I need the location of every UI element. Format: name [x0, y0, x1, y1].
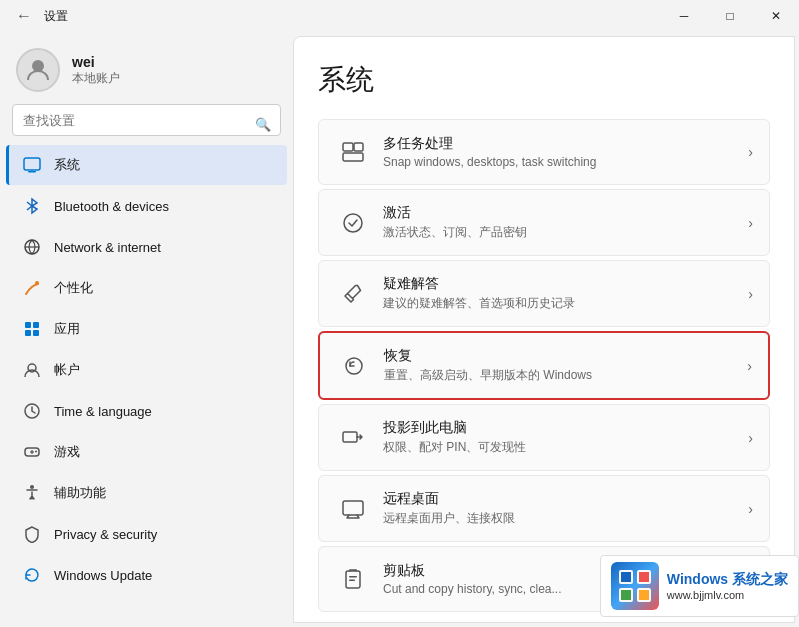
page-title: 系统: [318, 61, 770, 99]
setting-item-project[interactable]: 投影到此电脑 权限、配对 PIN、可发现性 ›: [318, 404, 770, 471]
clipboard-icon: [335, 561, 371, 597]
remote-icon: [335, 491, 371, 527]
watermark-url: www.bjjmlv.com: [667, 589, 788, 601]
setting-text-recovery: 恢复 重置、高级启动、早期版本的 Windows: [384, 347, 747, 384]
minimize-button[interactable]: ─: [661, 0, 707, 32]
sidebar-item-time-label: Time & language: [54, 404, 152, 419]
time-icon: [22, 401, 42, 421]
chevron-icon-multitask: ›: [748, 144, 753, 160]
sidebar-item-network[interactable]: Network & internet: [6, 227, 287, 267]
sidebar-item-update-label: Windows Update: [54, 568, 152, 583]
setting-desc-project: 权限、配对 PIN、可发现性: [383, 439, 748, 456]
titlebar-left: ← 设置: [12, 5, 68, 27]
sidebar-item-network-label: Network & internet: [54, 240, 161, 255]
search-container: 🔍: [0, 104, 293, 144]
user-name: wei: [72, 54, 120, 70]
recovery-icon: [336, 348, 372, 384]
accounts-icon: [22, 360, 42, 380]
svg-point-16: [30, 485, 34, 489]
svg-rect-1: [24, 158, 40, 170]
watermark-logo: [611, 562, 659, 610]
sidebar: wei 本地账户 🔍 系统 Bluetooth & devices: [0, 32, 293, 627]
network-icon: [22, 237, 42, 257]
sidebar-item-apps[interactable]: 应用: [6, 309, 287, 349]
setting-item-recovery[interactable]: 恢复 重置、高级启动、早期版本的 Windows ›: [318, 331, 770, 400]
sidebar-item-apps-label: 应用: [54, 320, 80, 338]
svg-rect-19: [343, 153, 363, 161]
svg-rect-32: [639, 572, 649, 582]
user-section[interactable]: wei 本地账户: [0, 32, 293, 104]
gaming-icon: [22, 442, 42, 462]
chevron-icon-troubleshoot: ›: [748, 286, 753, 302]
sidebar-item-gaming[interactable]: 游戏: [6, 432, 287, 472]
setting-text-activation: 激活 激活状态、订阅、产品密钥: [383, 204, 748, 241]
setting-desc-multitask: Snap windows, desktops, task switching: [383, 155, 748, 169]
sidebar-item-personalize[interactable]: 个性化: [6, 268, 287, 308]
chevron-icon-activation: ›: [748, 215, 753, 231]
back-button[interactable]: ←: [12, 5, 36, 27]
setting-title-activation: 激活: [383, 204, 748, 222]
close-button[interactable]: ✕: [753, 0, 799, 32]
avatar: [16, 48, 60, 92]
privacy-icon: [22, 524, 42, 544]
sidebar-item-time[interactable]: Time & language: [6, 391, 287, 431]
user-avatar-icon: [24, 56, 52, 84]
setting-title-remote: 远程桌面: [383, 490, 748, 508]
svg-rect-33: [621, 590, 631, 600]
sidebar-item-gaming-label: 游戏: [54, 443, 80, 461]
sidebar-item-bluetooth[interactable]: Bluetooth & devices: [6, 186, 287, 226]
chevron-icon-project: ›: [748, 430, 753, 446]
svg-rect-26: [349, 580, 355, 582]
sidebar-item-accounts[interactable]: 帐户: [6, 350, 287, 390]
setting-title-recovery: 恢复: [384, 347, 747, 365]
svg-rect-2: [28, 171, 36, 173]
titlebar-controls: ─ □ ✕: [661, 0, 799, 32]
chevron-icon-recovery: ›: [747, 358, 752, 374]
sidebar-item-privacy[interactable]: Privacy & security: [6, 514, 287, 554]
svg-rect-7: [33, 322, 39, 328]
watermark: Windows 系统之家 www.bjjmlv.com: [600, 555, 799, 617]
setting-desc-activation: 激活状态、订阅、产品密钥: [383, 224, 748, 241]
sidebar-item-accessibility[interactable]: 辅助功能: [6, 473, 287, 513]
setting-desc-remote: 远程桌面用户、连接权限: [383, 510, 748, 527]
setting-text-project: 投影到此电脑 权限、配对 PIN、可发现性: [383, 419, 748, 456]
activation-icon: [335, 205, 371, 241]
app-container: wei 本地账户 🔍 系统 Bluetooth & devices: [0, 32, 799, 627]
svg-rect-9: [33, 330, 39, 336]
content-area: 系统 多任务处理 Snap windows, desktops, task sw…: [293, 36, 795, 623]
svg-point-5: [35, 281, 39, 285]
setting-item-remote[interactable]: 远程桌面 远程桌面用户、连接权限 ›: [318, 475, 770, 542]
personalize-icon: [22, 278, 42, 298]
sidebar-item-system-label: 系统: [54, 156, 80, 174]
apps-icon: [22, 319, 42, 339]
maximize-button[interactable]: □: [707, 0, 753, 32]
sidebar-item-accounts-label: 帐户: [54, 361, 80, 379]
sidebar-item-update[interactable]: Windows Update: [6, 555, 287, 595]
accessibility-icon: [22, 483, 42, 503]
svg-rect-22: [343, 432, 357, 442]
setting-item-multitask[interactable]: 多任务处理 Snap windows, desktops, task switc…: [318, 119, 770, 185]
svg-rect-34: [639, 590, 649, 600]
chevron-icon-remote: ›: [748, 501, 753, 517]
sidebar-nav: 系统 Bluetooth & devices Network & interne…: [0, 144, 293, 596]
sidebar-item-accessibility-label: 辅助功能: [54, 484, 106, 502]
setting-title-multitask: 多任务处理: [383, 135, 748, 153]
multitask-icon: [335, 134, 371, 170]
setting-item-activation[interactable]: 激活 激活状态、订阅、产品密钥 ›: [318, 189, 770, 256]
titlebar: ← 设置 ─ □ ✕: [0, 0, 799, 32]
svg-rect-17: [343, 143, 353, 151]
search-input[interactable]: [12, 104, 281, 136]
troubleshoot-icon: [335, 276, 371, 312]
project-icon: [335, 420, 371, 456]
setting-desc-troubleshoot: 建议的疑难解答、首选项和历史记录: [383, 295, 748, 312]
svg-rect-23: [343, 501, 363, 515]
svg-rect-25: [349, 576, 357, 578]
update-icon: [22, 565, 42, 585]
sidebar-item-system[interactable]: 系统: [6, 145, 287, 185]
sidebar-item-bluetooth-label: Bluetooth & devices: [54, 199, 169, 214]
setting-title-project: 投影到此电脑: [383, 419, 748, 437]
svg-rect-8: [25, 330, 31, 336]
setting-item-troubleshoot[interactable]: 疑难解答 建议的疑难解答、首选项和历史记录 ›: [318, 260, 770, 327]
bluetooth-icon: [22, 196, 42, 216]
sidebar-item-personalize-label: 个性化: [54, 279, 93, 297]
